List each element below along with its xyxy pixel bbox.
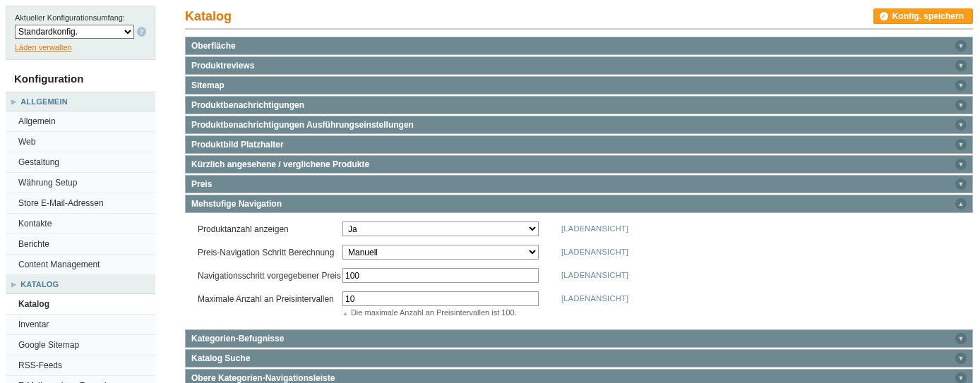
section-sitemap[interactable]: Sitemap▼ <box>185 76 973 95</box>
save-button[interactable]: ✓ Konfig. speichern <box>873 8 973 24</box>
field-label-price-nav: Preis-Navigation Schritt Berechnung <box>198 245 342 257</box>
field-label-max-intervals: Maximale Anzahl an Preisintervallen <box>198 291 342 304</box>
manage-stores-link[interactable]: Läden verwalten <box>15 43 72 51</box>
chevron-down-icon: ▼ <box>955 333 967 344</box>
section-title: Kürzlich angesehene / verglichene Produk… <box>191 159 369 169</box>
nav-group-katalog: ▶ KATALOG Katalog Inventar Google Sitema… <box>6 275 155 383</box>
scope-note: [LADENANSICHT] <box>561 221 628 233</box>
scope-label: Aktueller Konfigurationsumfang: <box>15 13 146 22</box>
nav-group-header-allgemein[interactable]: ▶ ALLGEMEIN <box>6 92 155 111</box>
sidebar-item-gestaltung[interactable]: Gestaltung <box>6 152 155 173</box>
section-title: Sitemap <box>191 80 225 90</box>
price-nav-select[interactable]: Manuell <box>342 245 539 260</box>
sidebar-item-kontakte[interactable]: Kontakte <box>6 214 155 234</box>
page-title: Katalog <box>185 9 232 24</box>
section-kuerzlich[interactable]: Kürzlich angesehene / verglichene Produk… <box>185 155 973 174</box>
chevron-down-icon: ▼ <box>955 139 967 150</box>
hint-text: Die maximale Anzahl an Preisintervallen … <box>351 308 517 317</box>
section-title: Produktbild Platzhalter <box>191 140 284 150</box>
default-step-input[interactable] <box>342 268 539 283</box>
save-button-label: Konfig. speichern <box>892 11 964 21</box>
chevron-down-icon: ▼ <box>955 372 967 383</box>
sidebar-item-inventar[interactable]: Inventar <box>6 315 155 335</box>
section-preis[interactable]: Preis▼ <box>185 175 973 193</box>
chevron-down-icon: ▼ <box>955 80 967 91</box>
nav-group-header-katalog[interactable]: ▶ KATALOG <box>6 275 155 294</box>
section-kategorien-befugnisse[interactable]: Kategorien-Befugnisse▼ <box>185 329 973 348</box>
section-title: Katalog Suche <box>191 353 250 363</box>
sidebar-item-google-sitemap[interactable]: Google Sitemap <box>6 335 155 355</box>
sidebar-item-store-email[interactable]: Store E-Mail-Adressen <box>6 193 155 214</box>
chevron-right-icon: ▶ <box>11 98 16 105</box>
chevron-down-icon: ▼ <box>955 353 967 364</box>
section-produktbild-platzhalter[interactable]: Produktbild Platzhalter▼ <box>185 135 973 154</box>
section-produktbenachrichtigungen-ausf[interactable]: Produktbenachrichtigungen Ausführungsein… <box>185 116 973 134</box>
section-title: Obere Kategorien-Navigationsleiste <box>191 373 335 383</box>
chevron-down-icon: ▼ <box>955 178 967 190</box>
scope-note: [LADENANSICHT] <box>561 268 628 279</box>
sidebar-item-email-friend[interactable]: E-Mail an einen Freund <box>6 376 155 383</box>
scope-note: [LADENANSICHT] <box>561 291 628 303</box>
sidebar-item-web[interactable]: Web <box>6 132 155 152</box>
chevron-down-icon: ▼ <box>955 99 967 111</box>
field-label-display-count: Produktanzahl anzeigen <box>198 221 342 234</box>
sidebar-item-waehrung[interactable]: Währung Setup <box>6 173 155 193</box>
help-icon[interactable]: ? <box>137 27 146 37</box>
chevron-up-icon: ▲ <box>955 198 967 209</box>
section-title: Preis <box>191 179 212 189</box>
chevron-right-icon: ▶ <box>11 281 16 288</box>
scope-note: [LADENANSICHT] <box>561 245 628 256</box>
display-count-select[interactable]: Ja <box>342 221 539 236</box>
section-title: Produktbenachrichtigungen Ausführungsein… <box>191 120 414 130</box>
nav-group-title: ALLGEMEIN <box>20 97 68 106</box>
sidebar-item-berichte[interactable]: Berichte <box>6 234 155 255</box>
chevron-down-icon: ▼ <box>955 40 967 51</box>
scope-box: Aktueller Konfigurationsumfang: Standard… <box>6 6 155 60</box>
section-title: Produktbenachrichtigungen <box>191 100 304 110</box>
chevron-down-icon: ▼ <box>955 159 967 170</box>
nav-group-title: KATALOG <box>20 280 59 288</box>
scope-select[interactable]: Standardkonfig. <box>15 25 134 39</box>
sidebar-item-katalog[interactable]: Katalog <box>6 294 155 315</box>
chevron-down-icon: ▼ <box>955 60 967 71</box>
section-katalog-suche[interactable]: Katalog Suche▼ <box>185 349 973 367</box>
section-obere-kategorien-nav[interactable]: Obere Kategorien-Navigationsleiste▼ <box>185 369 973 383</box>
field-hint: ▲Die maximale Anzahl an Preisintervallen… <box>342 308 540 317</box>
field-label-default-step: Navigationsschritt vorgegebener Preis <box>198 268 342 281</box>
max-intervals-input[interactable] <box>342 291 539 306</box>
section-panel-mehrstufige-navigation: Produktanzahl anzeigen Ja [LADENANSICHT]… <box>185 213 973 325</box>
section-title: Mehstufige Navigation <box>191 199 282 209</box>
chevron-down-icon: ▼ <box>955 119 967 130</box>
section-mehrstufige-navigation[interactable]: Mehstufige Navigation▲ <box>185 195 973 213</box>
section-title: Oberfläche <box>191 41 236 51</box>
sidebar-heading: Konfiguration <box>6 63 155 92</box>
sidebar-item-allgemein[interactable]: Allgemein <box>6 111 155 132</box>
section-oberflaeche[interactable]: Oberfläche▼ <box>185 37 973 55</box>
section-produktbenachrichtigungen[interactable]: Produktbenachrichtigungen▼ <box>185 96 973 114</box>
section-produktreviews[interactable]: Produktreviews▼ <box>185 56 973 75</box>
sidebar-item-rss[interactable]: RSS-Feeds <box>6 355 155 376</box>
sidebar-item-cms[interactable]: Content Management <box>6 255 155 275</box>
section-title: Produktreviews <box>191 61 254 71</box>
check-icon: ✓ <box>880 12 888 20</box>
triangle-up-icon: ▲ <box>342 310 348 317</box>
section-title: Kategorien-Befugnisse <box>191 334 284 344</box>
nav-group-allgemein: ▶ ALLGEMEIN Allgemein Web Gestaltung Wäh… <box>6 92 155 275</box>
